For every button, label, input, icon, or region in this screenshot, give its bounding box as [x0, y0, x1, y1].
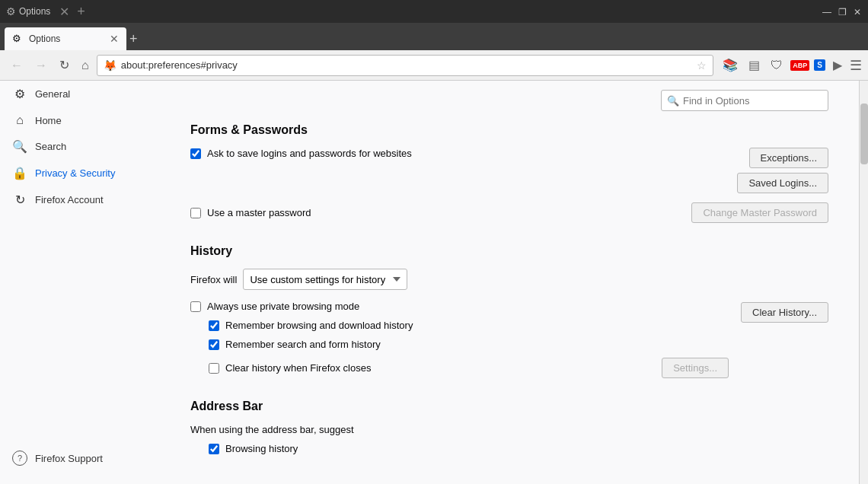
close-button[interactable]: ✕: [853, 7, 862, 16]
tab-gear-icon: ⚙: [12, 33, 24, 45]
browsing-history-row: Browsing history: [190, 443, 828, 454]
forward-button[interactable]: →: [30, 56, 52, 75]
tab-close-button[interactable]: ✕: [110, 33, 119, 45]
general-icon: ⚙: [12, 87, 27, 101]
sidebar-label-support: Firefox Support: [35, 453, 103, 464]
find-search-icon: 🔍: [667, 95, 679, 107]
help-icon: ?: [12, 451, 27, 466]
address-bar-title: Address Bar: [190, 400, 828, 413]
minimize-button[interactable]: —: [822, 7, 831, 16]
ask-save-checkbox[interactable]: [190, 148, 201, 159]
shield-icon[interactable]: 🛡: [767, 57, 786, 74]
sidebar-label-search: Search: [35, 141, 66, 152]
sidebar-label-home: Home: [35, 115, 62, 126]
sidebar-item-general[interactable]: ⚙ General: [0, 81, 160, 107]
password-buttons: Exceptions... Saved Logins...: [737, 148, 828, 193]
gear-icon: ⚙: [6, 5, 16, 18]
remember-browsing-row: Remember browsing and download history: [190, 320, 729, 331]
library-icon[interactable]: 📚: [720, 56, 741, 74]
find-input-wrap: 🔍: [661, 90, 828, 111]
nav-bar: ← → ↻ ⌂ 🦊 about:preferences#privacy ☆ 📚 …: [0, 50, 868, 81]
sidebar-item-support[interactable]: ? Firefox Support: [0, 444, 160, 472]
sidebar: ⚙ General ⌂ Home 🔍 Search 🔒 Privacy & Se…: [0, 81, 160, 484]
master-password-checkbox[interactable]: [190, 208, 201, 218]
clear-on-close-checkbox[interactable]: [209, 363, 219, 374]
abp-icon[interactable]: ABP: [790, 60, 809, 71]
always-private-checkbox[interactable]: [190, 301, 201, 312]
ask-save-row: Ask to save logins and passwords for web…: [190, 148, 737, 159]
remember-search-checkbox[interactable]: [209, 339, 219, 350]
clear-history-button[interactable]: Clear History...: [741, 302, 828, 323]
tab-title: Options: [19, 6, 50, 17]
remember-search-row: Remember search and form history: [190, 339, 729, 350]
always-private-row: Always use private browsing mode: [190, 301, 729, 312]
bookmark-icon[interactable]: ☆: [697, 59, 707, 72]
s-icon[interactable]: S: [814, 59, 825, 71]
sidebar-item-firefox-account[interactable]: ↻ Firefox Account: [0, 186, 160, 213]
sidebar-item-privacy[interactable]: 🔒 Privacy & Security: [0, 160, 160, 186]
clear-on-close-label: Clear history when Firefox closes: [225, 362, 371, 374]
back-button[interactable]: ←: [6, 56, 27, 75]
address-bar-suggest-label: When using the address bar, suggest: [190, 424, 828, 435]
sidebar-nav: ⚙ General ⌂ Home 🔍 Search 🔒 Privacy & Se…: [0, 81, 160, 444]
scrollbar-thumb[interactable]: [860, 103, 868, 164]
find-input[interactable]: [661, 90, 828, 111]
remember-browsing-label: Remember browsing and download history: [225, 320, 413, 331]
address-bar-section: Address Bar When using the address bar, …: [190, 400, 828, 454]
browsing-history-label: Browsing history: [225, 443, 298, 454]
lock-icon: 🔒: [12, 166, 27, 180]
history-title: History: [190, 244, 828, 258]
tab-label: Options: [29, 33, 105, 44]
master-password-row: Use a master password: [190, 207, 691, 218]
options-tab[interactable]: ⚙ Options ✕: [5, 27, 126, 50]
sidebar-icon[interactable]: ▤: [745, 56, 763, 74]
toolbar-right: 📚 ▤ 🛡 ABP S ▶ ☰: [720, 56, 862, 74]
menu-button[interactable]: ☰: [850, 57, 862, 74]
home-icon: ⌂: [12, 113, 27, 127]
tab-bar: ⚙ Options ✕ +: [0, 23, 868, 50]
firefox-logo-icon: 🦊: [104, 59, 116, 72]
new-tab-button[interactable]: +: [77, 4, 85, 20]
search-nav-icon: 🔍: [12, 139, 27, 154]
firefox-will-label: Firefox will: [190, 274, 237, 285]
sidebar-bottom: ? Firefox Support: [0, 444, 160, 484]
window-controls: — ❐ ✕: [822, 7, 862, 16]
sidebar-item-home[interactable]: ⌂ Home: [0, 107, 160, 133]
sidebar-label-privacy: Privacy & Security: [35, 167, 115, 179]
maximize-button[interactable]: ❐: [838, 7, 847, 16]
ask-save-label: Ask to save logins and passwords for web…: [207, 148, 412, 159]
clear-history-col: Clear History...: [741, 269, 828, 323]
sync-icon: ↻: [12, 193, 27, 207]
change-master-password-button[interactable]: Change Master Password: [691, 202, 828, 223]
find-bar: 🔍: [190, 81, 828, 117]
exceptions-button[interactable]: Exceptions...: [749, 148, 828, 168]
always-private-label: Always use private browsing mode: [207, 301, 359, 312]
browsing-history-checkbox[interactable]: [209, 444, 219, 454]
sidebar-item-search[interactable]: 🔍 Search: [0, 133, 160, 160]
history-dropdown[interactable]: Remember history Never remember history …: [243, 269, 407, 290]
remember-browsing-checkbox[interactable]: [209, 320, 219, 331]
main-container: ⚙ General ⌂ Home 🔍 Search 🔒 Privacy & Se…: [0, 81, 868, 484]
new-tab-icon[interactable]: +: [129, 31, 138, 47]
scrollbar[interactable]: [859, 81, 868, 484]
forms-passwords-title: Forms & Passwords: [190, 123, 828, 137]
home-button[interactable]: ⌂: [77, 56, 94, 75]
video-icon[interactable]: ▶: [830, 56, 845, 74]
saved-logins-button[interactable]: Saved Logins...: [737, 173, 828, 193]
tab-close-icon[interactable]: ✕: [59, 5, 69, 19]
sidebar-label-general: General: [35, 88, 70, 100]
remember-search-label: Remember search and form history: [225, 339, 381, 350]
reload-button[interactable]: ↻: [55, 55, 74, 75]
clear-on-close-row: Clear history when Firefox closes Settin…: [190, 358, 729, 378]
url-bar[interactable]: 🦊 about:preferences#privacy ☆: [97, 55, 714, 76]
history-section: History Firefox will Remember history Ne…: [190, 244, 828, 378]
history-dropdown-row: Firefox will Remember history Never reme…: [190, 269, 729, 290]
forms-passwords-section: Forms & Passwords Ask to save logins and…: [190, 123, 828, 223]
sidebar-label-firefox-account: Firefox Account: [35, 194, 104, 205]
settings-button[interactable]: Settings...: [662, 358, 729, 378]
title-bar: ⚙ Options ✕ + — ❐ ✕: [0, 0, 868, 23]
content-area: 🔍 Forms & Passwords Ask to save logins a…: [160, 81, 859, 484]
master-password-label: Use a master password: [207, 207, 311, 218]
url-text: about:preferences#privacy: [121, 59, 693, 71]
